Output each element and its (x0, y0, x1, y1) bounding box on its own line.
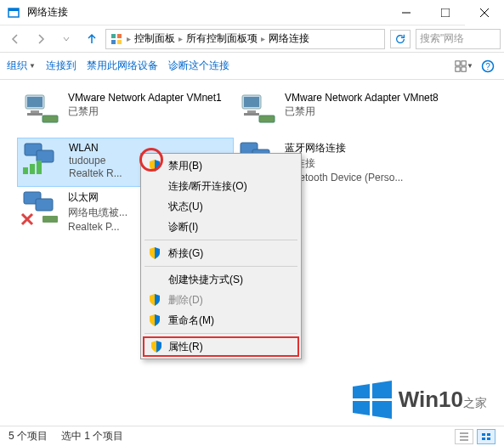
item-count: 5 个项目 (8, 429, 48, 443)
connection-status: 已禁用 (68, 104, 222, 119)
svg-rect-7 (117, 34, 122, 38)
watermark-main: Win10 (399, 387, 463, 412)
connection-status: tudoupe (69, 155, 122, 167)
connection-name: VMware Network Adapter VMnet1 (68, 92, 222, 104)
svg-rect-19 (27, 113, 42, 116)
network-adapter-icon (20, 92, 61, 127)
context-menu: 禁用(B) 连接/断开连接(O) 状态(U) 诊断(I) 桥接(G) 创建快捷方… (140, 153, 302, 359)
svg-rect-27 (37, 150, 54, 162)
svg-rect-9 (117, 40, 122, 44)
chevron-right-icon[interactable]: ▸ (261, 34, 265, 43)
svg-text:?: ? (485, 62, 490, 71)
chevron-right-icon[interactable]: ▸ (178, 34, 183, 43)
connection-status: 已禁用 (285, 104, 439, 119)
view-options-button[interactable]: ▼ (455, 57, 473, 76)
menu-separator (144, 266, 297, 267)
watermark-sub: 之家 (463, 396, 487, 409)
svg-rect-6 (111, 34, 116, 38)
window-title: 网络连接 (27, 5, 387, 20)
recent-dropdown[interactable] (54, 29, 78, 49)
breadcrumb-item[interactable]: 控制面板 (134, 31, 175, 46)
window-controls (387, 0, 504, 25)
connection-device: Bluetooth Device (Perso... (285, 172, 403, 183)
connection-item[interactable]: VMware Network Adapter VMnet1 已禁用 (17, 88, 234, 138)
shield-icon (148, 293, 161, 307)
shield-icon (150, 340, 163, 353)
forward-button[interactable] (29, 29, 53, 49)
svg-rect-41 (482, 438, 485, 440)
svg-rect-42 (487, 438, 490, 440)
windows-logo-icon (351, 378, 394, 421)
svg-rect-35 (42, 216, 58, 223)
search-input[interactable]: 搜索"网络 (416, 29, 501, 49)
minimize-button[interactable] (387, 0, 426, 25)
svg-rect-30 (37, 161, 42, 174)
network-adapter-icon (237, 92, 278, 127)
wlan-icon (21, 142, 62, 178)
diagnose-button[interactable]: 诊断这个连接 (168, 59, 229, 73)
cm-bridge[interactable]: 桥接(G) (143, 243, 299, 263)
watermark: Win10之家 (351, 378, 487, 421)
cm-connect[interactable]: 连接/断开连接(O) (143, 176, 299, 196)
refresh-button[interactable] (390, 30, 411, 48)
connection-device: Realtek P... (68, 221, 127, 233)
statusbar: 5 个项目 选中 1 个项目 (0, 426, 504, 446)
connection-name: WLAN (69, 142, 122, 154)
ethernet-icon (20, 190, 61, 226)
svg-rect-34 (36, 199, 53, 211)
svg-rect-28 (23, 167, 28, 174)
svg-rect-20 (42, 116, 58, 122)
close-button[interactable] (465, 0, 504, 25)
window-icon (7, 6, 20, 20)
toolbar: 组织 ▼ 连接到 禁用此网络设备 诊断这个连接 ▼ ? (0, 53, 504, 80)
svg-rect-12 (456, 66, 460, 71)
connection-item[interactable]: VMware Network Adapter VMnet8 已禁用 (234, 88, 450, 138)
cm-properties[interactable]: 属性(R) (143, 336, 299, 357)
svg-rect-17 (27, 97, 42, 107)
connect-to-button[interactable]: 连接到 (46, 59, 76, 73)
svg-rect-18 (31, 110, 39, 113)
cm-delete[interactable]: 删除(D) (143, 290, 299, 310)
annotation-circle (139, 148, 163, 172)
details-view-button[interactable] (455, 429, 473, 444)
icons-view-button[interactable] (477, 429, 496, 444)
menu-separator (144, 240, 297, 240)
svg-rect-8 (111, 40, 116, 44)
cm-rename[interactable]: 重命名(M) (143, 310, 299, 330)
svg-rect-39 (482, 433, 485, 436)
breadcrumb-item[interactable]: 网络连接 (269, 31, 309, 46)
cm-shortcut[interactable]: 创建快捷方式(S) (143, 269, 299, 290)
back-button[interactable] (3, 29, 27, 49)
up-button[interactable] (80, 29, 104, 49)
connection-status: 未连接 (285, 156, 403, 171)
titlebar: 网络连接 (0, 0, 504, 25)
cm-diagnose[interactable]: 诊断(I) (143, 217, 299, 237)
breadcrumb[interactable]: ▸ 控制面板 ▸ 所有控制面板项 ▸ 网络连接 (105, 29, 385, 49)
cm-status[interactable]: 状态(U) (143, 196, 299, 217)
breadcrumb-item[interactable]: 所有控制面板项 (186, 31, 258, 46)
connection-status: 网络电缆被... (68, 206, 127, 220)
navbar: ▸ 控制面板 ▸ 所有控制面板项 ▸ 网络连接 搜索"网络 (0, 25, 504, 53)
svg-rect-1 (8, 8, 19, 11)
maximize-button[interactable] (426, 0, 465, 25)
svg-rect-10 (456, 60, 460, 65)
selected-count: 选中 1 个项目 (61, 429, 123, 443)
connection-device: Realtek R... (69, 167, 122, 179)
disable-device-button[interactable]: 禁用此网络设备 (87, 59, 158, 73)
svg-rect-11 (462, 60, 466, 65)
svg-rect-29 (30, 164, 35, 174)
organize-menu[interactable]: 组织 ▼ (7, 59, 36, 73)
help-button[interactable]: ? (479, 57, 497, 76)
shield-icon (148, 246, 161, 260)
svg-rect-24 (244, 113, 259, 116)
svg-rect-3 (441, 8, 450, 17)
svg-rect-22 (244, 97, 259, 107)
chevron-right-icon[interactable]: ▸ (127, 34, 131, 43)
shield-icon (148, 313, 161, 327)
connection-name: 蓝牙网络连接 (285, 141, 403, 155)
svg-rect-13 (462, 66, 466, 71)
svg-rect-40 (487, 433, 490, 436)
cm-disable[interactable]: 禁用(B) (143, 155, 299, 176)
connection-name: 以太网 (68, 190, 127, 205)
svg-rect-25 (259, 116, 275, 122)
